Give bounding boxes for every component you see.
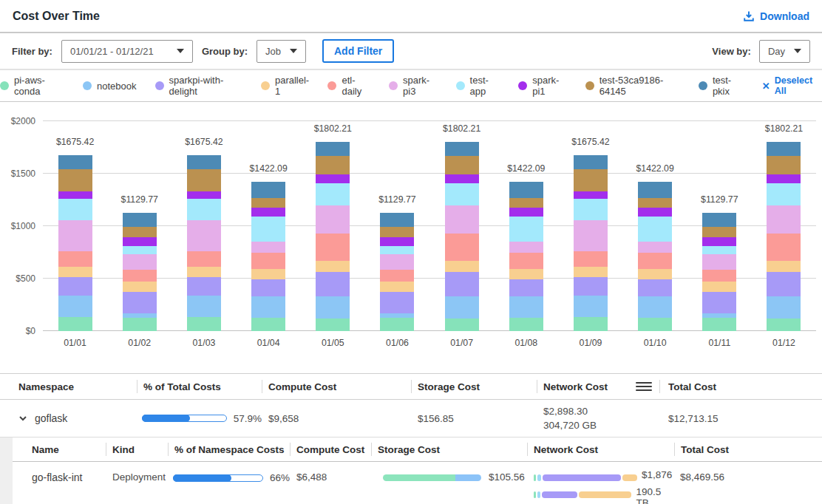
bar-segment-spark-pi1 xyxy=(638,208,672,217)
bar-segment-pi-aws-conda xyxy=(316,319,350,331)
total-cost-value: $8,469.56 xyxy=(674,471,822,483)
mini-bar-segment xyxy=(383,474,455,481)
view-by-dropdown[interactable]: Day xyxy=(759,40,810,63)
bar-segment-notebook xyxy=(509,296,543,317)
bar-segment-notebook xyxy=(638,296,672,317)
storage-cost-value: $105.56 xyxy=(489,471,525,483)
y-axis-tick: $2000 xyxy=(0,116,35,126)
bar-segment-pi-aws-conda xyxy=(445,319,479,331)
stacked-bar xyxy=(574,155,608,331)
bar-segment-parallel-1 xyxy=(123,282,157,292)
bar-segment-etl-daily xyxy=(380,270,414,282)
total-progress-fill xyxy=(142,415,190,422)
col-kind: Kind xyxy=(106,437,168,461)
namespace-row-goflask: goflask 57.9% $9,658 $156.85 $2,898.30 3… xyxy=(0,400,822,437)
bar-group-01/11: $1129.7701/11 xyxy=(687,102,752,353)
bar-total-label: $1802.21 xyxy=(443,123,480,134)
legend-item-parallel-1[interactable]: parallel-1 xyxy=(261,75,310,97)
compute-cost-value: $6,488 xyxy=(290,471,371,483)
chart-legend: pi-aws-condanotebooksparkpi-with-delight… xyxy=(0,70,822,102)
bar-segment-sparkpi-with-delight xyxy=(316,272,350,296)
bar-segment-test-app xyxy=(316,183,350,205)
bar-segment-sparkpi-with-delight xyxy=(123,292,157,313)
bar-segment-etl-daily xyxy=(509,253,543,269)
total-cost-value: $12,713.15 xyxy=(659,413,822,424)
col-network: Network Cost xyxy=(537,374,659,399)
bar-segment-test-53ca9186-64145 xyxy=(380,227,414,237)
download-label: Download xyxy=(760,10,809,22)
menu-icon[interactable] xyxy=(636,382,652,392)
bar-segment-notebook xyxy=(767,296,801,319)
bar-segment-sparkpi-with-delight xyxy=(767,272,801,296)
legend-item-test-app[interactable]: test-app xyxy=(456,75,500,97)
bar-segment-parallel-1 xyxy=(638,269,672,279)
stacked-bar xyxy=(316,142,350,331)
date-range-dropdown[interactable]: 01/01/21 - 01/12/21 xyxy=(61,40,193,63)
bar-segment-spark-pi1 xyxy=(380,237,414,246)
bar-segment-test-53ca9186-64145 xyxy=(316,156,350,174)
legend-item-etl-daily[interactable]: etl-daily xyxy=(327,75,370,97)
namespace-expander[interactable]: goflask xyxy=(0,412,137,424)
bar-segment-test-53ca9186-64145 xyxy=(251,198,285,207)
legend-label: notebook xyxy=(97,81,137,92)
bar-segment-etl-daily xyxy=(58,251,92,267)
legend-item-notebook[interactable]: notebook xyxy=(83,81,137,92)
bar-segment-test-pkix xyxy=(251,182,285,198)
bar-segment-notebook xyxy=(187,296,221,317)
bar-segment-sparkpi-with-delight xyxy=(58,277,92,296)
bar-segment-test-53ca9186-64145 xyxy=(767,156,801,174)
bar-segment-parallel-1 xyxy=(380,282,414,292)
date-range-value: 01/01/21 - 01/12/21 xyxy=(70,46,154,57)
bar-segment-test-pkix xyxy=(574,155,608,169)
deselect-all-button[interactable]: ✕ Deselect All xyxy=(762,75,822,96)
network-usage-value: 304,720 GB xyxy=(543,418,659,432)
legend-item-spark-pi3[interactable]: spark-pi3 xyxy=(389,75,437,97)
bar-segment-parallel-1 xyxy=(251,269,285,279)
legend-item-test-53ca9186-64145[interactable]: test-53ca9186-64145 xyxy=(585,75,680,97)
stacked-bar xyxy=(638,182,672,331)
legend-dot xyxy=(261,81,270,90)
bar-total-label: $1802.21 xyxy=(765,123,803,134)
page-title: Cost Over Time xyxy=(13,10,100,23)
stacked-bar xyxy=(445,142,479,331)
bar-segment-etl-daily xyxy=(445,234,479,261)
chevron-down-icon xyxy=(794,49,801,53)
bar-segment-spark-pi3 xyxy=(316,205,350,234)
storage-bar xyxy=(383,474,481,481)
download-button[interactable]: Download xyxy=(743,10,809,22)
bar-segment-test-pkix xyxy=(509,182,543,198)
cost-table: Namespace % of Total Costs Compute Cost … xyxy=(0,373,822,504)
bar-segment-etl-daily xyxy=(316,234,350,261)
bar-segment-spark-pi3 xyxy=(380,254,414,270)
legend-label: test-app xyxy=(470,75,500,97)
bar-segment-etl-daily xyxy=(123,270,157,282)
bar-segment-test-53ca9186-64145 xyxy=(123,227,157,237)
add-filter-button[interactable]: Add Filter xyxy=(322,39,394,63)
bar-segment-spark-pi1 xyxy=(445,174,479,183)
bar-segment-spark-pi1 xyxy=(251,208,285,217)
legend-items: pi-aws-condanotebooksparkpi-with-delight… xyxy=(0,75,744,97)
bar-segment-test-53ca9186-64145 xyxy=(509,198,543,207)
bar-segment-test-pkix xyxy=(58,155,92,169)
legend-item-sparkpi-with-delight[interactable]: sparkpi-with-delight xyxy=(155,75,242,97)
legend-item-pi-aws-conda[interactable]: pi-aws-conda xyxy=(0,75,64,97)
y-axis-tick: $500 xyxy=(0,273,35,284)
stacked-bar xyxy=(58,155,92,331)
bar-segment-spark-pi1 xyxy=(767,174,801,183)
bar-segment-test-app xyxy=(251,217,285,242)
bar-segment-test-pkix xyxy=(123,213,157,227)
group-by-dropdown[interactable]: Job xyxy=(257,40,306,63)
legend-item-spark-pi1[interactable]: spark-pi1 xyxy=(518,75,566,97)
col-name: Name xyxy=(0,437,106,461)
bar-segment-pi-aws-conda xyxy=(187,317,221,331)
mini-bar-segment xyxy=(537,474,540,481)
bar-segment-sparkpi-with-delight xyxy=(380,292,414,313)
bar-segment-test-app xyxy=(767,183,801,205)
legend-item-test-pkix[interactable]: test-pkix xyxy=(699,75,744,97)
bar-segment-parallel-1 xyxy=(187,267,221,277)
col-network: Network Cost xyxy=(527,437,674,461)
bar-segment-test-app xyxy=(380,246,414,254)
stacked-bar xyxy=(380,213,414,331)
stacked-bar xyxy=(251,182,285,331)
mini-bar-segment xyxy=(542,491,577,498)
